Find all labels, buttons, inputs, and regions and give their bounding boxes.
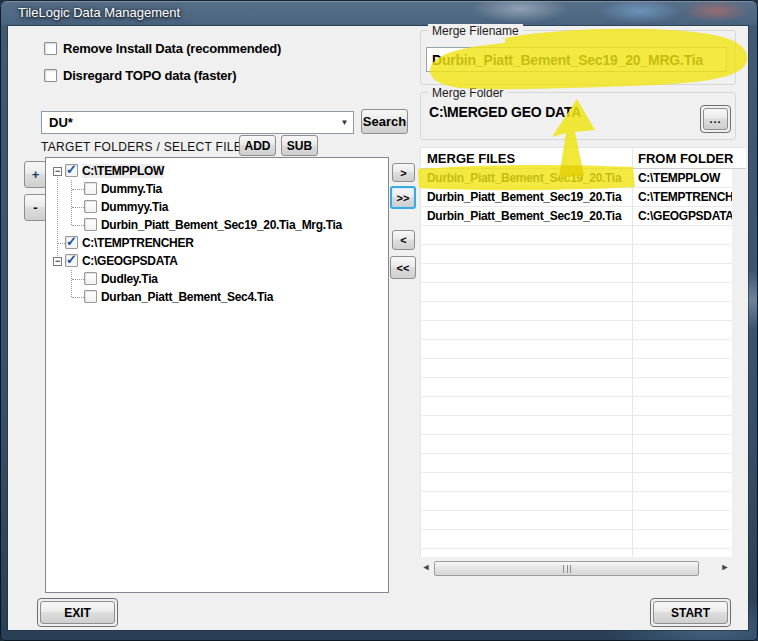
tree-item-file[interactable]: Dummy.Tia — [46, 180, 388, 198]
tree-item-file[interactable]: Dummyy.Tia — [46, 198, 388, 216]
collapse-icon[interactable]: − — [53, 257, 62, 266]
table-side-strip — [732, 169, 747, 558]
grip-icon — [563, 565, 571, 573]
table-row[interactable]: Durbin_Piatt_Bement_Sec19_20.Tia C:\TEMP… — [421, 169, 747, 188]
merge-filename-input[interactable] — [427, 52, 726, 68]
browse-folder-focus-frame: ... — [700, 105, 731, 133]
tree-item-file[interactable]: Dudley.Tia — [46, 270, 388, 288]
table-row[interactable]: Durbin_Piatt_Bement_Sec19_20.Tia C:\TEMP… — [421, 188, 747, 207]
checkbox-unchecked-icon[interactable] — [84, 290, 97, 303]
tree-item-file[interactable]: Durban_Piatt_Bement_Sec4.Tia — [46, 288, 388, 306]
window-title: TileLogic Data Management — [18, 5, 180, 20]
remove-install-label: Remove Install Data (recommended) — [63, 41, 281, 56]
merge-filename-field[interactable] — [426, 47, 727, 72]
move-left-button[interactable]: < — [392, 230, 415, 250]
checkbox-checked-icon[interactable]: ✓ — [65, 254, 78, 267]
merge-table-header: MERGE FILES FROM FOLDER — [421, 148, 746, 169]
titlebar[interactable]: TileLogic Data Management — [0, 0, 758, 26]
target-files-tree: − ✓ C:\TEMPPLOW Dummy.Tia Dummyy.Tia Dur… — [45, 157, 389, 593]
expand-all-button[interactable]: + — [24, 161, 47, 188]
tree-item-folder[interactable]: − ✓ C:\TEMPPLOW — [46, 162, 388, 180]
file-filter-combobox[interactable]: DU* ▼ — [41, 111, 354, 134]
merge-folder-label: Merge Folder — [428, 86, 507, 100]
move-all-right-button[interactable]: >> — [390, 186, 416, 209]
sub-button[interactable]: SUB — [281, 135, 318, 156]
tree-item-folder[interactable]: ✓ C:\TEMPTRENCHER — [46, 234, 388, 252]
exit-focus-frame: EXIT — [37, 598, 118, 627]
checkbox-unchecked-icon[interactable] — [84, 218, 97, 231]
start-focus-frame: START — [650, 598, 731, 627]
target-folders-label: TARGET FOLDERS / SELECT FILES — [41, 140, 250, 154]
table-hscrollbar[interactable]: ◄ ► — [419, 561, 732, 576]
merge-folder-path: C:\MERGED GEO DATA — [429, 104, 581, 120]
column-divider — [632, 148, 633, 557]
exit-button[interactable]: EXIT — [40, 601, 115, 624]
search-button[interactable]: Search — [361, 109, 408, 134]
checkbox-unchecked-icon[interactable] — [84, 182, 97, 195]
checkbox-unchecked-icon[interactable] — [84, 272, 97, 285]
start-button[interactable]: START — [653, 601, 728, 624]
table-row[interactable]: Durbin_Piatt_Bement_Sec19_20.Tia C:\GEOG… — [421, 207, 747, 226]
merge-filename-label: Merge Filename — [428, 24, 523, 38]
add-button[interactable]: ADD — [239, 135, 276, 156]
collapse-icon[interactable]: − — [53, 167, 62, 176]
disregard-topo-label: Disregard TOPO data (faster) — [63, 68, 236, 83]
checkbox-checked-icon[interactable]: ✓ — [65, 236, 78, 249]
column-header-merge-files[interactable]: MERGE FILES — [427, 151, 515, 166]
collapse-all-button[interactable]: - — [24, 194, 47, 221]
checkbox-unchecked-icon[interactable] — [84, 200, 97, 213]
scroll-right-icon[interactable]: ► — [718, 562, 732, 572]
scrollbar-thumb[interactable] — [434, 561, 699, 576]
tree-item-file[interactable]: Durbin_Piatt_Bement_Sec19_20.Tia_Mrg.Tia — [46, 216, 388, 234]
merge-files-table: MERGE FILES FROM FOLDER Durbin_Piatt_Bem… — [420, 147, 746, 557]
app-window: TileLogic Data Management Remove Install… — [0, 0, 758, 641]
scroll-left-icon[interactable]: ◄ — [419, 562, 433, 572]
checkbox-checked-icon[interactable]: ✓ — [65, 164, 78, 177]
dropdown-arrow-icon[interactable]: ▼ — [336, 118, 353, 127]
disregard-topo-checkbox[interactable] — [44, 69, 57, 82]
file-filter-value: DU* — [42, 115, 336, 130]
column-header-from-folder[interactable]: FROM FOLDER — [638, 151, 733, 166]
remove-install-checkbox[interactable] — [44, 42, 57, 55]
empty-table-rows — [421, 226, 732, 558]
tree-item-folder[interactable]: − ✓ C:\GEOGPSDATA — [46, 252, 388, 270]
browse-folder-button[interactable]: ... — [703, 108, 728, 130]
move-all-left-button[interactable]: << — [390, 256, 416, 279]
move-right-button[interactable]: > — [392, 163, 415, 182]
